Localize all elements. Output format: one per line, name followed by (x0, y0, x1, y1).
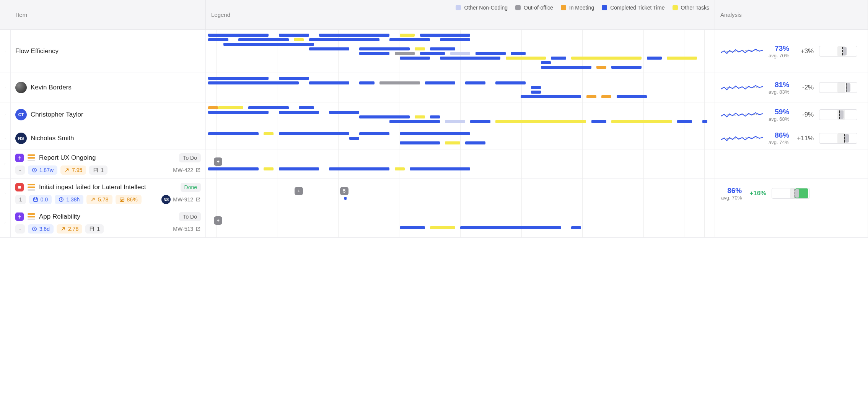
svg-rect-1 (18, 186, 21, 189)
external-link-icon[interactable] (195, 167, 201, 173)
gantt-segment (601, 95, 611, 98)
distribution-bar[interactable] (819, 82, 857, 93)
gantt-segment (395, 52, 415, 55)
svg-rect-2 (34, 198, 38, 202)
external-link-icon[interactable] (195, 226, 201, 232)
gantt-segment (617, 95, 647, 98)
priority-icon (28, 154, 35, 161)
metric-badge: - (15, 165, 25, 175)
analysis-cell: 59%avg. 68%-9% (715, 102, 868, 127)
timeline-cell (206, 30, 715, 73)
item-cell[interactable]: Report UX OngoingTo Do-1.87w7.951MW-422 (11, 149, 206, 179)
gantt-segment (495, 81, 526, 84)
gantt-segment (445, 141, 460, 144)
gantt-segment (344, 197, 347, 200)
expand-toggle[interactable] (0, 102, 11, 127)
legend-item: In Meeting (561, 5, 594, 11)
metric-value: 73% (769, 44, 789, 53)
item-cell[interactable]: NSNicholas Smith (11, 127, 206, 149)
gantt-segment (279, 77, 309, 80)
item-cell[interactable]: Flow Efficiency (11, 30, 206, 73)
metric-delta: -2% (795, 84, 814, 91)
gantt-segment (440, 57, 500, 60)
gantt-segment (400, 141, 440, 144)
metric-badge: 1 (85, 224, 104, 234)
metric-value: 86% (769, 131, 789, 139)
expand-toggle[interactable] (0, 149, 11, 179)
external-link-icon[interactable] (195, 197, 201, 202)
item-cell[interactable]: App ReliabilityTo Do-3.6d2.781MW-513 (11, 208, 206, 238)
header-expand (0, 0, 11, 30)
distribution-bar[interactable] (819, 109, 857, 120)
timeline-marker[interactable]: 5 (340, 187, 349, 195)
gantt-segment (440, 38, 470, 41)
gantt-segment (571, 226, 581, 229)
status-badge: To Do (179, 212, 201, 221)
gantt-segment (309, 81, 349, 84)
metric-badge: 1 (89, 165, 107, 175)
item-cell[interactable]: Kevin Borders (11, 73, 206, 102)
header-legend: LegendOther Non-CodingOut-of-officeIn Me… (206, 0, 715, 30)
metric-badge: 1 (15, 195, 26, 204)
gantt-segment (430, 47, 455, 50)
gantt-segment (279, 132, 350, 135)
gantt-segment (506, 57, 546, 60)
gantt-segment (329, 111, 359, 114)
timeline-marker[interactable]: + (214, 216, 222, 225)
distribution-bar[interactable] (819, 133, 857, 144)
sparkline (721, 132, 763, 144)
metric-badge: 86% (116, 195, 142, 204)
item-cell[interactable]: Initial ingest failed for Lateral Intell… (11, 179, 206, 208)
timeline-marker[interactable]: + (295, 187, 303, 195)
metric-avg: avg. 70% (721, 195, 742, 201)
legend-item: Other Non-Coding (456, 5, 508, 11)
assignee-avatar: NS (161, 195, 171, 204)
expand-toggle[interactable] (0, 30, 11, 73)
metric-avg: avg. 68% (769, 116, 789, 122)
timeline-cell: + (206, 149, 715, 179)
gantt-segment (586, 95, 596, 98)
gantt-segment (294, 38, 304, 41)
gantt-segment (511, 52, 526, 55)
gantt-segment (571, 57, 642, 60)
metric-badge: 3.6d (28, 224, 54, 234)
priority-icon (28, 184, 35, 191)
gantt-segment (596, 66, 606, 69)
timeline-cell: +5 (206, 179, 715, 208)
gantt-segment (702, 120, 707, 123)
ticket-id[interactable]: MW-422 (173, 167, 193, 173)
gantt-segment (521, 95, 581, 98)
metric-avg: avg. 74% (769, 139, 789, 145)
distribution-bar[interactable] (772, 188, 810, 199)
gantt-segment (400, 34, 415, 37)
expand-toggle[interactable] (0, 179, 11, 208)
gantt-segment (611, 66, 642, 69)
gantt-segment (400, 226, 425, 229)
legend-item: Completed Ticket Time (602, 5, 664, 11)
gantt-segment (309, 38, 380, 41)
ticket-id[interactable]: MW-912 (173, 196, 193, 203)
expand-toggle[interactable] (0, 127, 11, 149)
item-title: Report UX Ongoing (39, 154, 96, 162)
gantt-segment (415, 47, 425, 50)
item-cell[interactable]: CTChristopher Taylor (11, 102, 206, 127)
gantt-segment (309, 47, 349, 50)
gantt-segment (279, 111, 319, 114)
timeline-marker[interactable]: + (214, 157, 222, 166)
expand-toggle[interactable] (0, 73, 11, 102)
gantt-segment (420, 52, 445, 55)
gantt-segment (400, 132, 471, 135)
gantt-segment (264, 132, 274, 135)
gantt-segment (541, 66, 591, 69)
metric-value: 59% (769, 108, 789, 116)
metric-badge: 2.78 (57, 224, 82, 234)
gantt-segment (460, 226, 561, 229)
gantt-segment (677, 120, 692, 123)
ticket-id[interactable]: MW-513 (173, 226, 193, 232)
gantt-segment (591, 120, 607, 123)
distribution-bar[interactable] (819, 46, 857, 57)
avatar (15, 82, 27, 93)
gantt-segment (329, 167, 389, 170)
legend-item: Out-of-office (515, 5, 553, 11)
expand-toggle[interactable] (0, 208, 11, 238)
